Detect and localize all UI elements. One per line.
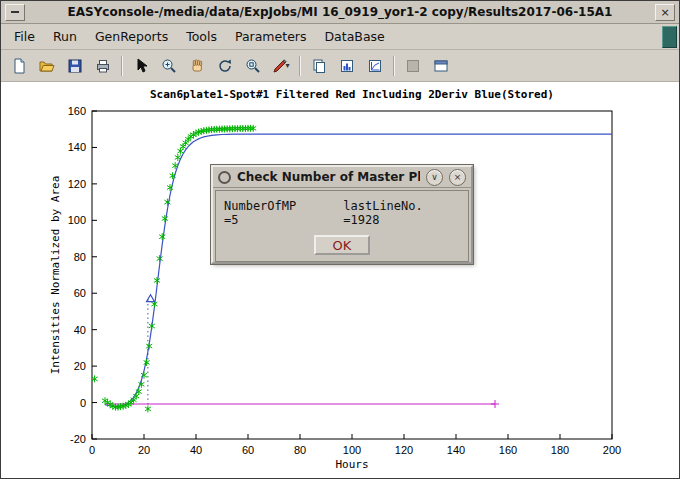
insert-axes-button[interactable] <box>362 53 388 78</box>
svg-text:Intensities Normalized by Area: Intensities Normalized by Area <box>49 176 62 375</box>
dialog-collapse-button[interactable]: ∨ <box>426 169 443 186</box>
svg-text:160: 160 <box>68 105 86 117</box>
insert-axes-icon <box>367 58 383 74</box>
svg-text:20: 20 <box>138 444 150 456</box>
print-button[interactable] <box>90 53 116 78</box>
svg-text:0: 0 <box>80 397 86 409</box>
dialog-title: Check Number of Master Pla <box>237 170 420 184</box>
chevron-down-icon: ∨ <box>431 173 438 182</box>
minimize-icon <box>11 11 19 13</box>
toolbar-separator <box>299 56 301 76</box>
brush-dropdown-arrow-icon: ▾ <box>285 61 289 70</box>
ok-button[interactable]: OK <box>314 235 370 255</box>
svg-text:0: 0 <box>89 444 95 456</box>
svg-text:60: 60 <box>242 444 254 456</box>
new-file-button[interactable] <box>6 53 32 78</box>
close-button[interactable]: × <box>655 4 675 21</box>
minimize-button[interactable] <box>5 4 25 21</box>
dialog-titlebar[interactable]: Check Number of Master Pla ∨ × <box>213 167 471 188</box>
svg-text:20: 20 <box>74 360 86 372</box>
app-window: EASYconsole-/media/data/ExpJobs/MI 16_09… <box>0 0 680 479</box>
copy-figure-icon <box>311 58 327 74</box>
zoom-in-button[interactable] <box>156 53 182 78</box>
svg-text:40: 40 <box>74 324 86 336</box>
window-title: EASYconsole-/media/data/ExpJobs/MI 16_09… <box>25 5 655 19</box>
dialog-body: NumberOfMP =5 lastLineNo. =1928 OK <box>215 190 469 262</box>
rotate-icon <box>217 58 233 74</box>
rotate-button[interactable] <box>212 53 238 78</box>
svg-text:Scan6plate1-Spot#1 Filtered Re: Scan6plate1-Spot#1 Filtered Red Includin… <box>150 88 554 101</box>
menu-run[interactable]: Run <box>44 26 86 47</box>
svg-text:-20: -20 <box>70 433 86 445</box>
chart: 020406080100120140160180200-200204060801… <box>1 82 679 479</box>
pointer-button[interactable] <box>128 53 154 78</box>
show-plot-window-icon <box>433 58 449 74</box>
tool-bar: ▾ <box>1 50 679 82</box>
zoom-region-button[interactable] <box>240 53 266 78</box>
dialog-close-button[interactable]: × <box>449 169 466 186</box>
show-plot-window-button[interactable] <box>428 53 454 78</box>
zoom-region-icon <box>245 58 261 74</box>
pointer-icon <box>133 58 149 74</box>
figure-area: 020406080100120140160180200-200204060801… <box>1 82 679 479</box>
menu-tools[interactable]: Tools <box>177 26 226 47</box>
pan-hand-button[interactable] <box>184 53 210 78</box>
dialog-fields: NumberOfMP =5 lastLineNo. =1928 <box>224 199 460 227</box>
toolbar-separator <box>121 56 123 76</box>
dialog-field-numberofmp: NumberOfMP =5 <box>224 199 313 227</box>
svg-text:40: 40 <box>190 444 202 456</box>
menu-genreports[interactable]: GenReports <box>86 26 177 47</box>
save-button[interactable] <box>62 53 88 78</box>
menu-parameters[interactable]: Parameters <box>226 26 316 47</box>
svg-text:160: 160 <box>499 444 517 456</box>
svg-text:80: 80 <box>294 444 306 456</box>
copy-figure-button[interactable] <box>306 53 332 78</box>
close-icon: × <box>660 7 669 18</box>
menu-bar: File Run GenReports Tools Parameters Dat… <box>1 24 679 50</box>
dialog-field-lastlineno: lastLineNo. =1928 <box>343 199 460 227</box>
svg-text:180: 180 <box>551 444 569 456</box>
pan-hand-icon <box>189 58 205 74</box>
insert-chart-icon <box>339 58 355 74</box>
menu-file[interactable]: File <box>5 26 44 47</box>
svg-text:Hours: Hours <box>335 458 368 471</box>
print-icon <box>95 58 111 74</box>
svg-text:60: 60 <box>74 287 86 299</box>
svg-text:80: 80 <box>74 251 86 263</box>
open-folder-icon <box>39 58 55 74</box>
window-titlebar: EASYconsole-/media/data/ExpJobs/MI 16_09… <box>1 1 679 24</box>
svg-text:140: 140 <box>447 444 465 456</box>
svg-text:100: 100 <box>343 444 361 456</box>
open-folder-button[interactable] <box>34 53 60 78</box>
svg-text:140: 140 <box>68 141 86 153</box>
insert-chart-button[interactable] <box>334 53 360 78</box>
menu-grip[interactable] <box>662 26 677 48</box>
svg-text:100: 100 <box>68 214 86 226</box>
blank-tool-button[interactable] <box>400 53 426 78</box>
dialog-check-number-of-master-plates: Check Number of Master Pla ∨ × NumberOfM… <box>211 165 473 264</box>
toolbar-separator <box>393 56 395 76</box>
blank-tool-icon <box>405 58 421 74</box>
svg-text:120: 120 <box>395 444 413 456</box>
new-file-icon <box>11 58 27 74</box>
zoom-in-icon <box>161 58 177 74</box>
menu-database[interactable]: DataBase <box>315 26 393 47</box>
brush-button[interactable]: ▾ <box>268 53 294 78</box>
svg-text:200: 200 <box>603 444 621 456</box>
svg-text:120: 120 <box>68 178 86 190</box>
dialog-menu-icon <box>218 171 231 184</box>
close-icon: × <box>454 173 462 182</box>
save-icon <box>67 58 83 74</box>
